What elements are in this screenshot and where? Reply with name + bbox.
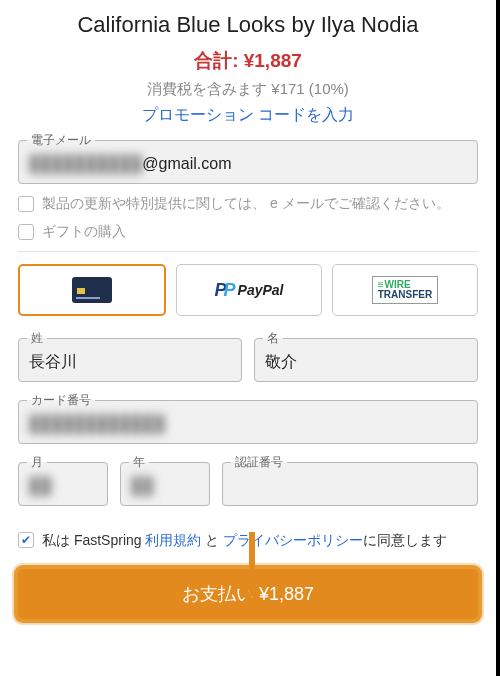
total-amount: ¥1,887 bbox=[244, 50, 302, 71]
total-line: 合計: ¥1,887 bbox=[18, 48, 478, 74]
updates-opt-row: 製品の更新や特別提供に関しては、 e メールでご確認ください。 bbox=[18, 194, 478, 214]
tax-line: 消費税を含みます ¥171 (10%) bbox=[18, 80, 478, 99]
cardnumber-legend: カード番号 bbox=[27, 392, 95, 409]
total-label: 合計: bbox=[194, 50, 238, 71]
updates-label: 製品の更新や特別提供に関しては、 e メールでご確認ください。 bbox=[42, 194, 450, 214]
firstname-fieldset: 名 bbox=[254, 330, 478, 382]
pay-button[interactable]: お支払い ¥1,887 bbox=[18, 569, 478, 619]
divider bbox=[18, 251, 478, 252]
email-tail: @gmail.com bbox=[142, 155, 231, 172]
payment-method-paypal[interactable]: PP PayPal bbox=[176, 264, 322, 316]
cvv-fieldset: 認証番号 bbox=[222, 454, 478, 506]
firstname-legend: 名 bbox=[263, 330, 283, 347]
email-legend: 電子メール bbox=[27, 132, 95, 149]
page-title: California Blue Looks by Ilya Nodia bbox=[18, 12, 478, 38]
email-fieldset: 電子メール ██████████@gmail.com bbox=[18, 132, 478, 184]
month-fieldset: 月 ██ bbox=[18, 454, 108, 506]
terms-text: 私は FastSpring 利用規約 と プライバシーポリシーに同意します bbox=[42, 530, 447, 551]
gift-opt-row: ギフトの購入 bbox=[18, 222, 478, 242]
gift-checkbox[interactable] bbox=[18, 224, 34, 240]
updates-checkbox[interactable] bbox=[18, 196, 34, 212]
month-legend: 月 bbox=[27, 454, 47, 471]
terms-checkbox[interactable] bbox=[18, 532, 34, 548]
year-input[interactable]: ██ bbox=[121, 471, 209, 505]
payment-method-card[interactable] bbox=[18, 264, 166, 316]
wire-transfer-icon: ≡WIRE TRANSFER bbox=[372, 276, 438, 304]
credit-card-icon bbox=[72, 277, 112, 303]
cvv-input[interactable] bbox=[223, 471, 477, 505]
cardnumber-masked: ████████████ bbox=[29, 415, 165, 432]
terms-row: 私は FastSpring 利用規約 と プライバシーポリシーに同意します bbox=[18, 530, 478, 551]
email-masked: ██████████ bbox=[29, 155, 142, 172]
cardnumber-fieldset: カード番号 ████████████ bbox=[18, 392, 478, 444]
lastname-input[interactable] bbox=[19, 347, 241, 381]
cardnumber-input[interactable]: ████████████ bbox=[19, 409, 477, 443]
cvv-legend: 認証番号 bbox=[231, 454, 287, 471]
year-fieldset: 年 ██ bbox=[120, 454, 210, 506]
gift-label: ギフトの購入 bbox=[42, 222, 126, 242]
firstname-input[interactable] bbox=[255, 347, 477, 381]
lastname-legend: 姓 bbox=[27, 330, 47, 347]
payment-method-wire[interactable]: ≡WIRE TRANSFER bbox=[332, 264, 478, 316]
privacy-link[interactable]: プライバシーポリシー bbox=[223, 532, 363, 548]
promo-code-link[interactable]: プロモーション コードを入力 bbox=[18, 105, 478, 126]
paypal-icon: PP PayPal bbox=[215, 280, 284, 301]
email-input[interactable]: ██████████@gmail.com bbox=[19, 149, 477, 183]
payment-methods: PP PayPal ≡WIRE TRANSFER bbox=[18, 264, 478, 316]
year-legend: 年 bbox=[129, 454, 149, 471]
month-input[interactable]: ██ bbox=[19, 471, 107, 505]
tos-link[interactable]: 利用規約 bbox=[145, 532, 201, 548]
lastname-fieldset: 姓 bbox=[18, 330, 242, 382]
